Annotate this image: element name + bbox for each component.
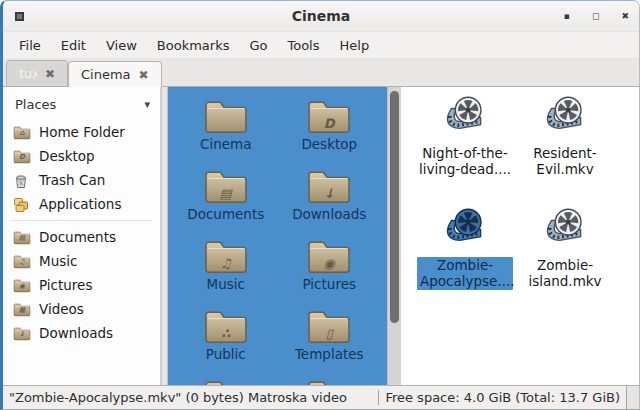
folder-icon: D [306, 97, 352, 135]
file-item-resident-evil[interactable]: Resident-Evil.mkv [515, 95, 615, 207]
video-file-icon-selected [439, 207, 491, 257]
menu-help[interactable]: Help [330, 34, 380, 57]
sidebar-item-label: Trash Can [39, 172, 105, 188]
folder-item-cinema[interactable]: Cinema [178, 97, 274, 167]
menubar: File Edit View Bookmarks Go Tools Help [3, 31, 639, 58]
places-header-label: Places [15, 97, 56, 112]
sidebar-separator [11, 220, 152, 221]
file-manager-window: Cinema ▪ ◻ ✖ File Edit View Bookmarks Go… [0, 0, 640, 410]
folder-icon: ↓ [306, 167, 352, 205]
sidebar-item-label: Desktop [39, 148, 95, 164]
sidebar-item-label: Documents [39, 229, 116, 245]
folder-icon: ▤ [203, 167, 249, 205]
close-button[interactable]: ✖ [621, 12, 629, 21]
trash-icon [13, 173, 31, 188]
sidebar-item-documents[interactable]: ▤ Documents [3, 225, 160, 249]
sidebar-item-label: Pictures [39, 277, 92, 293]
menu-view[interactable]: View [96, 34, 147, 57]
status-selection-info: "Zombie-Apocalypse.mkv" (0 bytes) Matros… [3, 390, 378, 405]
chevron-down-icon[interactable]: ▾ [144, 98, 150, 111]
folder-icon [203, 377, 249, 385]
sidebar-item-trash[interactable]: Trash Can [3, 168, 160, 192]
folder-icon: ♫ [203, 237, 249, 275]
folder-icon: ▯ [306, 307, 352, 345]
tab-bar: tux ✖ Cinema ✖ [3, 58, 639, 87]
tab-close-icon[interactable]: ✖ [139, 68, 149, 82]
tab-close-icon[interactable]: ✖ [45, 67, 55, 81]
file-item-zombie-island[interactable]: Zombie-island.mkv [515, 207, 615, 319]
folder-icon: ◉ [306, 237, 352, 275]
folder-item-pictures[interactable]: ◉ Pictures [281, 237, 377, 307]
folder-item-desktop[interactable]: D Desktop [281, 97, 377, 167]
folder-icon: ∴ [203, 307, 249, 345]
cinema-folder-pane[interactable]: Night-of-the-living-dead.... Resident-Ev… [401, 87, 639, 385]
file-label-selected: Zombie-Apocalypse.... [417, 257, 513, 290]
videos-folder-icon: ▦ [13, 302, 31, 317]
tab-label: Cinema [81, 67, 131, 82]
file-item-zombie-apocalypse[interactable]: Zombie-Apocalypse.... [415, 207, 515, 319]
status-free-space: Free space: 4.0 GiB (Total: 13.7 GiB) [378, 390, 626, 405]
folder-icon [306, 377, 352, 385]
menu-bookmarks[interactable]: Bookmarks [147, 34, 240, 57]
sidebar-item-label: Downloads [39, 325, 113, 341]
tab-cinema[interactable]: Cinema ✖ [68, 61, 162, 87]
sidebar-item-pictures[interactable]: ◉ Pictures [3, 273, 160, 297]
home-folder-icon: ⌂ [13, 125, 31, 140]
places-header[interactable]: Places ▾ [3, 93, 160, 120]
titlebar[interactable]: Cinema ▪ ◻ ✖ [3, 1, 639, 31]
menu-edit[interactable]: Edit [51, 34, 96, 57]
maximize-button[interactable]: ◻ [592, 12, 599, 21]
file-label: Zombie-island.mkv [517, 257, 613, 290]
downloads-folder-icon: ↓ [13, 326, 31, 341]
menu-go[interactable]: Go [239, 34, 277, 57]
file-item-night-of-the-living-dead[interactable]: Night-of-the-living-dead.... [415, 95, 515, 207]
resize-grip[interactable] [626, 386, 639, 409]
home-folder-pane[interactable]: Cinema D Desktop ▤ Documents ↓ Downloads [168, 87, 387, 385]
video-file-icon [539, 207, 591, 257]
sidebar-item-videos[interactable]: ▦ Videos [3, 297, 160, 321]
sidebar-item-home[interactable]: ⌂ Home Folder [3, 120, 160, 144]
sidebar-item-label: Home Folder [39, 124, 125, 140]
pane-splitter[interactable] [161, 87, 168, 385]
file-label: Resident-Evil.mkv [517, 145, 613, 178]
folder-item-clipped[interactable] [281, 377, 377, 385]
desktop-folder-icon: D [13, 149, 31, 164]
documents-folder-icon: ▤ [13, 230, 31, 245]
folder-item-downloads[interactable]: ↓ Downloads [281, 167, 377, 237]
sidebar-item-label: Videos [39, 301, 84, 317]
folder-item-public[interactable]: ∴ Public [178, 307, 274, 377]
scrollbar-thumb[interactable] [390, 91, 399, 323]
menu-tools[interactable]: Tools [277, 34, 329, 57]
video-file-icon [539, 95, 591, 145]
sidebar-item-desktop[interactable]: D Desktop [3, 144, 160, 168]
folder-item-templates[interactable]: ▯ Templates [281, 307, 377, 377]
vertical-scrollbar[interactable] [387, 87, 401, 385]
folder-item-documents[interactable]: ▤ Documents [178, 167, 274, 237]
video-file-icon [439, 95, 491, 145]
window-title: Cinema [3, 8, 639, 24]
places-sidebar: Places ▾ ⌂ Home Folder D Desktop Trash C… [3, 87, 161, 385]
sidebar-item-music[interactable]: ♫ Music [3, 249, 160, 273]
sidebar-item-downloads[interactable]: ↓ Downloads [3, 321, 160, 345]
status-bar: "Zombie-Apocalypse.mkv" (0 bytes) Matros… [3, 385, 639, 409]
applications-icon [13, 197, 31, 212]
sidebar-item-label: Applications [39, 196, 121, 212]
file-label: Night-of-the-living-dead.... [417, 145, 513, 178]
music-folder-icon: ♫ [13, 254, 31, 269]
pictures-folder-icon: ◉ [13, 278, 31, 293]
tab-label: tux [19, 66, 37, 81]
folder-item-music[interactable]: ♫ Music [178, 237, 274, 307]
menu-file[interactable]: File [9, 34, 51, 57]
sidebar-item-applications[interactable]: Applications [3, 192, 160, 216]
tab-tux[interactable]: tux ✖ [6, 60, 68, 86]
folder-icon [203, 97, 249, 135]
sidebar-item-label: Music [39, 253, 77, 269]
minimize-button[interactable]: ▪ [564, 12, 570, 21]
folder-item-clipped[interactable] [178, 377, 274, 385]
